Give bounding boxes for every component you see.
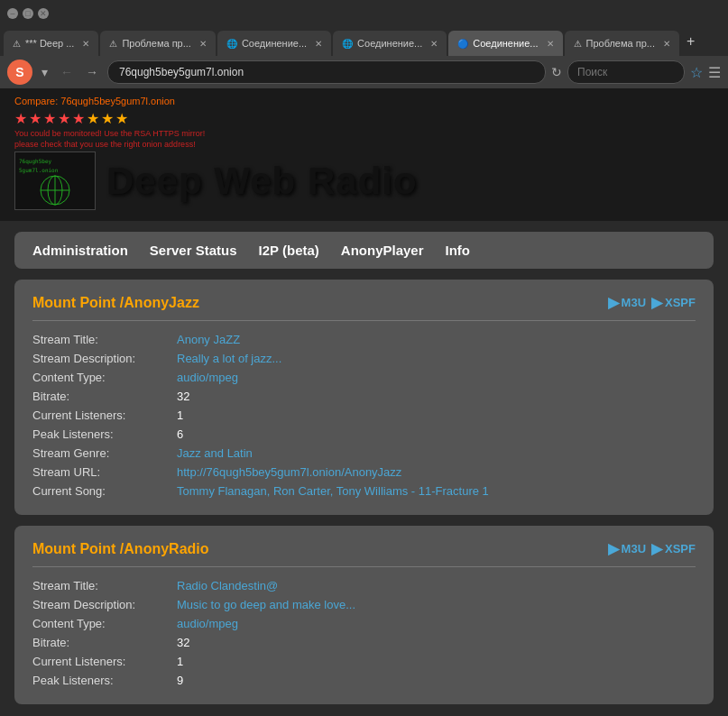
stars-row: ★ ★ ★ ★ ★ ★ ★ ★ <box>14 110 714 127</box>
nav-menu: Administration Server Status I2P (beta) … <box>14 232 714 269</box>
svg-text:5gum7l.onion: 5gum7l.onion <box>19 167 59 174</box>
browser-menu-button[interactable]: ☰ <box>708 64 721 81</box>
mount-header-radio: Mount Point /AnonyRadio ▶ M3U ▶ XSPF <box>32 540 696 567</box>
tab-1[interactable]: ⚠ *** Deep ... ✕ <box>4 31 98 56</box>
m3u-link-radio[interactable]: ▶ M3U <box>608 540 646 557</box>
m3u-label-jazz: M3U <box>622 296 646 309</box>
field-label: Current Listeners: <box>32 406 177 425</box>
tab-close-2[interactable]: ✕ <box>199 39 207 49</box>
nav-item-anony-player[interactable]: AnonyPlayer <box>341 243 424 258</box>
field-value: 6 <box>177 425 696 444</box>
tab-5[interactable]: 🔵 Соединение... ✕ <box>448 31 562 56</box>
tab-label-3: Соединение... <box>242 38 307 49</box>
field-value: Really a lot of jazz... <box>177 349 696 368</box>
warning-line1: You could be monitored! Use the RSA HTTP… <box>14 129 714 140</box>
minimize-button[interactable]: – <box>7 8 18 19</box>
table-row: Current Listeners: 1 <box>32 406 696 425</box>
browser-window: – □ ✕ ⚠ *** Deep ... ✕ ⚠ Проблема пр... … <box>0 0 728 716</box>
site-logo-area: 76qugh5bey 5gum7l.onion Deep Web Radio <box>14 151 714 210</box>
tab-close-4[interactable]: ✕ <box>430 39 438 49</box>
star-1: ★ <box>14 110 27 127</box>
field-value: 32 <box>177 633 696 652</box>
field-value: Tommy Flanagan, Ron Carter, Tony William… <box>177 482 696 500</box>
field-label: Current Listeners: <box>32 652 177 671</box>
table-row: Stream Description: Really a lot of jazz… <box>32 349 696 368</box>
tab-close-6[interactable]: ✕ <box>663 39 670 49</box>
nav-item-administration[interactable]: Administration <box>32 243 128 258</box>
tab-2[interactable]: ⚠ Проблема пр... ✕ <box>100 31 215 56</box>
field-label: Peak Listeners: <box>32 671 177 690</box>
star-2: ★ <box>29 110 41 127</box>
close-button[interactable]: ✕ <box>38 8 49 19</box>
table-row: Peak Listeners: 6 <box>32 425 696 444</box>
tab-favicon-6: ⚠ <box>574 39 582 49</box>
table-row: Content Type: audio/mpeg <box>32 368 696 387</box>
field-label: Current Song: <box>32 482 177 500</box>
forward-button[interactable]: → <box>82 63 102 81</box>
table-row: Current Song: Tommy Flanagan, Ron Carter… <box>32 482 696 500</box>
sidebar-toggle-button[interactable]: ▾ <box>38 63 51 81</box>
table-row: Peak Listeners: 9 <box>32 671 696 690</box>
m3u-link-jazz[interactable]: ▶ M3U <box>608 294 646 311</box>
search-input[interactable] <box>567 60 685 84</box>
xspf-link-jazz[interactable]: ▶ XSPF <box>651 294 696 311</box>
tab-close-3[interactable]: ✕ <box>315 39 322 49</box>
maximize-button[interactable]: □ <box>23 8 33 19</box>
field-value: Music to go deep and make love... <box>177 595 696 614</box>
new-tab-button[interactable]: + <box>681 33 700 50</box>
tab-favicon-5: 🔵 <box>457 39 468 49</box>
mount-card-anony-jazz: Mount Point /AnonyJazz ▶ M3U ▶ XSPF Stre… <box>14 280 714 515</box>
window-controls: – □ ✕ <box>7 8 49 19</box>
table-row: Stream URL: http://76qugh5bey5gum7l.onio… <box>32 463 696 482</box>
m3u-icon-radio: ▶ <box>608 540 619 557</box>
field-label: Stream Genre: <box>32 444 177 463</box>
field-label: Stream Description: <box>32 595 177 614</box>
nav-item-i2p-beta[interactable]: I2P (beta) <box>259 243 319 258</box>
tabs-bar: ⚠ *** Deep ... ✕ ⚠ Проблема пр... ✕ 🌐 Со… <box>0 27 728 56</box>
nav-item-info[interactable]: Info <box>446 243 471 258</box>
browser-logo: S <box>7 60 32 85</box>
star-warning3: ★ <box>115 110 128 127</box>
field-label: Stream Description: <box>32 349 177 368</box>
tab-favicon-2: ⚠ <box>109 39 117 49</box>
xspf-link-radio[interactable]: ▶ XSPF <box>651 540 696 557</box>
field-value: 1 <box>177 652 696 671</box>
reload-button[interactable]: ↻ <box>551 65 562 79</box>
xspf-label-jazz: XSPF <box>665 296 696 309</box>
tab-label-2: Проблема пр... <box>122 38 190 49</box>
stream-table-jazz: Stream Title: Anony JaZZ Stream Descript… <box>32 330 696 500</box>
table-row: Current Listeners: 1 <box>32 652 696 671</box>
table-row: Stream Title: Anony JaZZ <box>32 330 696 349</box>
back-button[interactable]: ← <box>57 63 77 81</box>
field-label: Stream URL: <box>32 463 177 482</box>
field-value: Jazz and Latin <box>177 444 696 463</box>
mount-title-jazz: Mount Point /AnonyJazz <box>32 295 199 311</box>
tab-favicon-3: 🌐 <box>226 39 237 49</box>
field-label: Peak Listeners: <box>32 425 177 444</box>
field-label: Content Type: <box>32 614 177 633</box>
table-row: Bitrate: 32 <box>32 387 696 406</box>
star-5: ★ <box>72 110 85 127</box>
field-value-url[interactable]: http://76qugh5bey5gum7l.onion/AnonyJazz <box>177 463 696 482</box>
title-bar: – □ ✕ <box>0 0 728 27</box>
tab-4[interactable]: 🌐 Соединение... ✕ <box>333 31 447 56</box>
svg-text:76qugh5bey: 76qugh5bey <box>19 158 52 165</box>
tab-close-1[interactable]: ✕ <box>82 39 89 49</box>
field-label: Stream Title: <box>32 330 177 349</box>
tab-close-5[interactable]: ✕ <box>547 39 554 49</box>
field-value: audio/mpeg <box>177 614 696 633</box>
table-row: Stream Genre: Jazz and Latin <box>32 444 696 463</box>
tab-label-5: Соединение... <box>473 38 538 49</box>
xspf-label-radio: XSPF <box>665 542 696 555</box>
address-input[interactable] <box>107 60 546 84</box>
bookmark-button[interactable]: ☆ <box>690 64 703 81</box>
compare-url: 76qugh5bey5gum7l.onion <box>60 96 175 106</box>
star-3: ★ <box>43 110 56 127</box>
stream-table-radio: Stream Title: Radio Clandestin@ Stream D… <box>32 576 696 690</box>
nav-item-server-status[interactable]: Server Status <box>150 243 237 258</box>
tab-3[interactable]: 🌐 Соединение... ✕ <box>217 31 331 56</box>
field-value: 1 <box>177 406 696 425</box>
field-label: Stream Title: <box>32 576 177 595</box>
mount-card-anony-radio: Mount Point /AnonyRadio ▶ M3U ▶ XSPF Str… <box>14 526 714 704</box>
tab-6[interactable]: ⚠ Проблема пр... ✕ <box>565 31 679 56</box>
